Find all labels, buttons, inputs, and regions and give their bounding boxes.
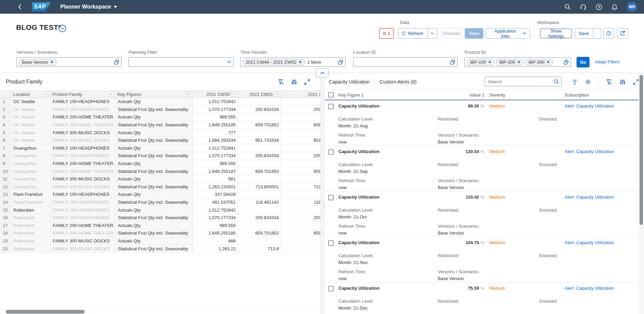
filter-token[interactable]: IBP-300✕ bbox=[525, 59, 553, 65]
cell-cw30[interactable]: 1,070.177334 bbox=[193, 214, 238, 222]
cell-cw31[interactable]: 713.800001 bbox=[238, 183, 281, 191]
show-settings-button[interactable]: Show Settings bbox=[540, 28, 572, 39]
panel-splitter[interactable]: ⋮ bbox=[320, 73, 325, 314]
value-help-icon[interactable] bbox=[114, 60, 119, 65]
cell-cw31[interactable] bbox=[238, 160, 281, 167]
table-row[interactable]: 15RotterdamFAMILY 100-HEADPHONESActuals … bbox=[0, 206, 320, 214]
table-row[interactable]: 20RotterdamFAMILY 300-MUSIC DOCKSStatist… bbox=[0, 245, 320, 253]
token-remove-icon[interactable]: ✕ bbox=[299, 60, 302, 64]
save-data-button[interactable]: Save bbox=[465, 28, 483, 39]
token-remove-icon[interactable]: ✕ bbox=[546, 60, 549, 64]
table-row[interactable]: 14Plant FrankfurtFAMILY 100-HEADPHONESSt… bbox=[0, 199, 320, 206]
cell-cw32[interactable] bbox=[281, 191, 320, 198]
cell-cw31[interactable]: 659.701852 bbox=[238, 121, 281, 129]
cell-cw32[interactable]: 200.633334 bbox=[281, 214, 320, 222]
info-button[interactable] bbox=[603, 28, 614, 39]
settings-sliders-icon[interactable] bbox=[291, 79, 297, 85]
chevron-down-icon[interactable] bbox=[596, 32, 597, 35]
cell-cw30[interactable]: 1,012.752842 bbox=[193, 206, 238, 214]
alert-subscription-link[interactable]: Alert: Capacity Utilization bbox=[565, 240, 614, 245]
application-jobs-button[interactable]: Application Jobs bbox=[486, 28, 530, 39]
cell-cw30[interactable]: 1,649.255187 bbox=[193, 167, 238, 175]
simulate-button[interactable]: Simulate bbox=[441, 28, 462, 39]
cell-cw32[interactable] bbox=[281, 237, 320, 245]
filter-token[interactable]: IBP-100✕ bbox=[467, 59, 494, 65]
time-periods-input[interactable]: 2021 CW44 - 2021 CW52✕1 More bbox=[240, 57, 346, 67]
table-row[interactable]: 5DC SeattleFAMILY 300-MUSIC DOCKSActuals… bbox=[0, 129, 320, 137]
alert-checkbox[interactable] bbox=[328, 195, 334, 200]
save-workspace-button[interactable]: Save bbox=[575, 28, 601, 39]
cell-cw30[interactable]: 1,012.752841 bbox=[193, 145, 238, 152]
table-row[interactable]: 10GuangzhouFAMILY 200-HOME THEATERStatis… bbox=[0, 167, 320, 175]
cell-cw32[interactable] bbox=[281, 145, 320, 152]
table-row[interactable]: 19RotterdamFAMILY 300-MUSIC DOCKSActuals… bbox=[0, 237, 320, 245]
table-row[interactable]: 3DC SeattleFAMILY 200-HOME THEATERActual… bbox=[0, 113, 320, 121]
table-row[interactable]: 9GuangzhouFAMILY 200-HOME THEATERActuals… bbox=[0, 160, 320, 168]
horizontal-scrollbar[interactable] bbox=[0, 309, 320, 314]
cell-cw31[interactable]: 713.8 bbox=[238, 245, 281, 252]
key-figures-column-header[interactable]: Key Figures▼ bbox=[116, 91, 193, 98]
cw32-column-header[interactable]: 2021 CW32▼ bbox=[281, 91, 320, 98]
planning-filter-select[interactable] bbox=[128, 57, 234, 67]
gear-icon[interactable] bbox=[585, 79, 591, 85]
cell-cw30[interactable]: 1,263.22 bbox=[193, 245, 238, 252]
column-filter-icon[interactable]: ▼ bbox=[44, 92, 49, 97]
table-row[interactable]: 13Plant FrankfurtFAMILY 100-HEADPHONESAc… bbox=[0, 191, 320, 199]
cell-cw31[interactable] bbox=[238, 206, 281, 214]
cell-cw30[interactable]: 561 bbox=[193, 175, 238, 183]
cell-cw30[interactable]: 1,649.255185 bbox=[193, 121, 238, 129]
cell-cw31[interactable] bbox=[238, 113, 281, 121]
alert-row[interactable]: Capacity Utilization110.42%MediumAlert: … bbox=[325, 191, 639, 237]
horizontal-scrollbar-thumb[interactable] bbox=[6, 310, 85, 314]
vertical-scrollbar[interactable] bbox=[639, 73, 644, 314]
cw30-column-header[interactable]: 2021 CW30▼ bbox=[193, 91, 238, 98]
sort-icon[interactable] bbox=[572, 79, 578, 85]
go-button[interactable]: Go bbox=[577, 57, 590, 67]
cell-cw32[interactable] bbox=[281, 175, 320, 183]
location-id-input[interactable] bbox=[353, 57, 458, 67]
table-row[interactable]: 8GuangzhouFAMILY 100-HEADPHONESStatistic… bbox=[0, 152, 320, 160]
value-help-icon[interactable] bbox=[564, 60, 569, 65]
cell-cw32[interactable] bbox=[281, 222, 320, 229]
chevron-down-icon[interactable] bbox=[227, 61, 231, 63]
cell-cw32[interactable]: 659.701852 bbox=[281, 121, 320, 129]
alert-checkbox[interactable] bbox=[328, 104, 334, 109]
cell-cw30[interactable]: 466 bbox=[193, 237, 238, 245]
collapse-header-icon[interactable] bbox=[59, 25, 66, 33]
table-row[interactable]: 11GuangzhouFAMILY 300-MUSIC DOCKSActuals… bbox=[0, 175, 320, 183]
cell-cw30[interactable]: 777 bbox=[193, 129, 238, 136]
location-column-header[interactable]: Location▼ bbox=[11, 91, 51, 98]
cell-cw32[interactable]: 713.800001 bbox=[281, 183, 320, 191]
cell-cw31[interactable] bbox=[238, 98, 281, 105]
column-filter-icon[interactable]: ▼ bbox=[274, 92, 279, 97]
table-row[interactable]: 18RotterdamFAMILY 200-HOME THEATERStatis… bbox=[0, 229, 320, 237]
cell-cw32[interactable] bbox=[281, 160, 320, 167]
error-count-button[interactable]: 1 bbox=[379, 28, 394, 39]
cell-cw32[interactable]: 659.701852 bbox=[281, 229, 320, 237]
cell-cw32[interactable]: 951.733334 bbox=[281, 137, 320, 144]
value-help-icon[interactable] bbox=[338, 60, 343, 65]
cell-cw32[interactable] bbox=[281, 129, 320, 136]
cell-cw31[interactable]: 200.633334 bbox=[238, 106, 281, 113]
search-box[interactable] bbox=[485, 77, 562, 86]
cell-cw30[interactable]: 1,012.752842 bbox=[193, 98, 238, 105]
filter-token[interactable]: Base Version✕ bbox=[19, 59, 57, 65]
versions-filter-input[interactable]: Base Version✕ bbox=[16, 57, 122, 67]
cell-cw31[interactable]: 200.633334 bbox=[238, 152, 281, 160]
search-input[interactable] bbox=[488, 79, 554, 84]
cell-cw30[interactable]: 989.555 bbox=[193, 160, 238, 167]
cell-cw30[interactable]: 1,070.177334 bbox=[193, 106, 238, 113]
table-row[interactable]: 4DC SeattleFAMILY 200-HOME THEATERStatis… bbox=[0, 121, 320, 129]
cell-cw32[interactable]: 118.482142 bbox=[281, 199, 320, 206]
export-button[interactable] bbox=[617, 28, 628, 39]
select-all-checkbox[interactable] bbox=[328, 92, 334, 98]
cell-cw30[interactable]: 1,684.293334 bbox=[193, 137, 238, 144]
cell-cw32[interactable] bbox=[281, 245, 320, 252]
cell-cw30[interactable]: 481.537051 bbox=[193, 199, 238, 206]
app-title-menu[interactable]: Planner Workspace bbox=[60, 4, 117, 10]
cell-cw32[interactable]: 200.633334 bbox=[281, 106, 320, 113]
alert-checkbox[interactable] bbox=[328, 240, 334, 246]
expand-icon[interactable] bbox=[304, 79, 310, 85]
table-row[interactable]: 17RotterdamFAMILY 200-HOME THEATERActual… bbox=[0, 222, 320, 230]
table-row[interactable]: 6DC SeattleFAMILY 300-MUSIC DOCKSStatist… bbox=[0, 137, 320, 145]
